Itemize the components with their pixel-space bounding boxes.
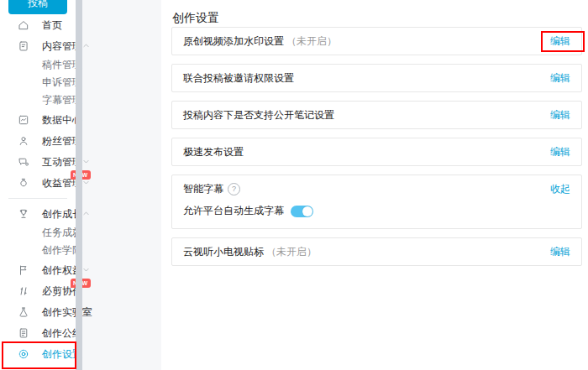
settings-card: 极速发布设置编辑 xyxy=(171,138,582,166)
data-icon xyxy=(18,114,29,126)
sidebar-item-首页[interactable]: 首页 xyxy=(0,14,76,35)
settings-card: 云视听小电视贴标（未开启）编辑 xyxy=(171,237,582,266)
fans-icon xyxy=(18,135,29,147)
sidebar-subitem-创作学院[interactable]: 创作学院 xyxy=(0,242,76,259)
chevron-down-icon xyxy=(82,179,90,186)
settings-card: 投稿内容下是否支持公开笔记设置编辑 xyxy=(171,101,582,129)
sidebar-subitem-稿件管理[interactable]: 稿件管理 xyxy=(0,56,76,74)
settings-card-row: 极速发布设置编辑 xyxy=(172,138,581,165)
chevron-up-icon xyxy=(82,210,90,217)
settings-card-row: 智能字幕?收起 xyxy=(172,175,581,202)
setting-status-note: （未开启） xyxy=(286,34,337,49)
sidebar-item-label: 创作实验室 xyxy=(42,307,92,317)
bcut-icon xyxy=(18,285,29,297)
setting-label: 投稿内容下是否支持公开笔记设置 xyxy=(183,108,334,122)
rights-icon xyxy=(18,264,29,276)
setting-action-link[interactable]: 编辑 xyxy=(550,245,570,259)
settings-panel: 创作设置 原创视频添加水印设置（未开启）编辑联合投稿被邀请权限设置编辑投稿内容下… xyxy=(161,0,588,370)
setting-label: 智能字幕 xyxy=(183,182,223,196)
setting-label: 极速发布设置 xyxy=(183,145,244,159)
sidebar-item-内容管理[interactable]: 内容管理 xyxy=(0,35,76,56)
chevron-down-icon xyxy=(82,158,90,165)
sidebar-subitem-字幕管理[interactable]: 字幕管理 xyxy=(0,91,76,109)
settings-card: 智能字幕?收起允许平台自动生成字幕 xyxy=(171,175,582,229)
sidebar-item-创作成长[interactable]: 创作成长 xyxy=(0,203,76,224)
interact-icon xyxy=(18,156,29,168)
sidebar-item-必剪协作[interactable]: 必剪协作NEW xyxy=(0,280,76,301)
setting-label: 联合投稿被邀请权限设置 xyxy=(183,71,294,86)
settings-card-row: 云视听小电视贴标（未开启）编辑 xyxy=(172,238,581,265)
settings-card: 联合投稿被邀请权限设置编辑 xyxy=(171,64,582,92)
setting-action-link[interactable]: 编辑 xyxy=(550,108,570,122)
chevron-up-icon xyxy=(82,42,90,50)
sidebar-item-数据中心[interactable]: 数据中心 xyxy=(0,109,76,130)
sidebar-item-粉丝管理[interactable]: 粉丝管理 xyxy=(0,130,76,151)
settings-card-row: 投稿内容下是否支持公开笔记设置编辑 xyxy=(172,102,581,128)
settings-card-row: 联合投稿被邀请权限设置编辑 xyxy=(172,65,581,91)
sidebar-item-创作权益[interactable]: 创作权益 xyxy=(0,259,76,280)
settings-icon xyxy=(18,348,29,360)
sidebar-subitem-申诉管理[interactable]: 申诉管理 xyxy=(0,74,76,91)
page-title: 创作设置 xyxy=(172,11,219,26)
content-icon xyxy=(18,40,29,52)
sidebar-scrollbar[interactable] xyxy=(76,0,82,370)
sidebar-item-label: 首页 xyxy=(42,20,62,30)
setting-action-link[interactable]: 收起 xyxy=(550,182,570,196)
income-icon xyxy=(18,177,29,189)
sidebar-divider xyxy=(0,193,76,203)
home-icon xyxy=(18,19,29,31)
sidebar-item-创作设置[interactable]: 创作设置 xyxy=(0,343,76,364)
pact-icon xyxy=(18,327,29,339)
question-circle-icon[interactable]: ? xyxy=(228,183,240,195)
auto-subtitle-label: 允许平台自动生成字幕 xyxy=(183,204,284,218)
auto-subtitle-row: 允许平台自动生成字幕 xyxy=(172,202,581,228)
lab-icon xyxy=(18,306,29,318)
publish-button[interactable]: 投稿 xyxy=(8,0,67,14)
sidebar-item-创作公约[interactable]: 创作公约 xyxy=(0,322,76,343)
sidebar-item-收益管理[interactable]: 收益管理NEW xyxy=(0,172,76,193)
auto-subtitle-toggle[interactable] xyxy=(291,206,313,217)
settings-card: 原创视频添加水印设置（未开启）编辑 xyxy=(171,27,582,55)
setting-status-note: （未开启） xyxy=(266,245,317,259)
sidebar-nav: 首页内容管理稿件管理申诉管理字幕管理数据中心粉丝管理互动管理收益管理NEW创作成… xyxy=(0,14,76,364)
setting-label: 云视听小电视贴标 xyxy=(183,245,264,259)
sidebar-item-互动管理[interactable]: 互动管理 xyxy=(0,151,76,172)
settings-card-row: 原创视频添加水印设置（未开启）编辑 xyxy=(172,28,581,55)
watermark-edit-link[interactable]: 编辑 xyxy=(550,34,570,49)
setting-label: 原创视频添加水印设置 xyxy=(183,34,284,49)
sidebar-item-创作实验室[interactable]: 创作实验室 xyxy=(0,301,76,322)
settings-card-list: 原创视频添加水印设置（未开启）编辑联合投稿被邀请权限设置编辑投稿内容下是否支持公… xyxy=(171,27,582,274)
growth-icon xyxy=(18,208,29,220)
sidebar-subitem-任务成就[interactable]: 任务成就 xyxy=(0,224,76,242)
chevron-down-icon xyxy=(82,266,90,274)
setting-action-link[interactable]: 编辑 xyxy=(550,71,570,86)
sidebar: 投稿 首页内容管理稿件管理申诉管理字幕管理数据中心粉丝管理互动管理收益管理NEW… xyxy=(0,0,76,370)
setting-action-link[interactable]: 编辑 xyxy=(550,145,570,159)
